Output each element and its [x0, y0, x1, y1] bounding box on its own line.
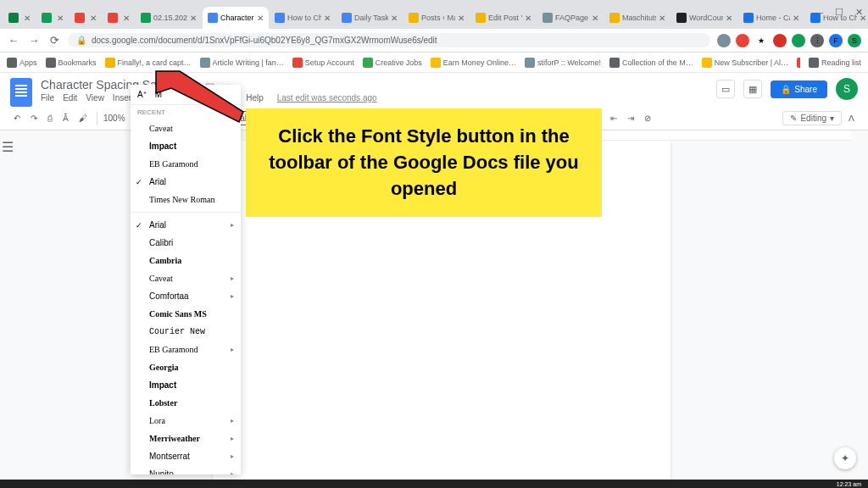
outline-toggle-icon[interactable]: ☰: [2, 139, 14, 149]
font-option[interactable]: Arial▸: [131, 216, 241, 234]
account-avatar[interactable]: S: [836, 78, 858, 100]
editing-mode-select[interactable]: ✎ Editing ▾: [782, 111, 842, 125]
lock-icon: 🔒: [76, 36, 86, 45]
font-option[interactable]: Comfortaa▸: [131, 287, 241, 305]
browser-tab[interactable]: Character S✕: [203, 7, 269, 29]
history-icon[interactable]: ▭: [716, 80, 735, 98]
clock: 12:23 am: [837, 481, 861, 487]
forward-button[interactable]: →: [27, 34, 41, 47]
extension-icon[interactable]: ★: [754, 34, 768, 47]
font-option[interactable]: Georgia: [131, 358, 241, 376]
menu-edit[interactable]: Edit: [63, 93, 77, 103]
collapse-toolbar-button[interactable]: ᐱ: [845, 111, 858, 125]
bookmarks-bar: AppsBookmarksFinally!, a card capt…Artic…: [0, 53, 868, 73]
browser-tab[interactable]: Edit Post "✕: [470, 7, 537, 29]
browser-tab[interactable]: Maschituts✕: [604, 7, 670, 29]
browser-tab[interactable]: Daily Task S✕: [337, 7, 403, 29]
add-fonts-icon[interactable]: Aᐩ: [137, 90, 147, 99]
meet-icon[interactable]: ▦: [743, 80, 762, 98]
url-input[interactable]: 🔒 docs.google.com/document/d/1SnxVpFfGi-…: [68, 33, 710, 47]
bookmark-item[interactable]: Earn Money Online…: [431, 58, 516, 68]
extension-icon[interactable]: [773, 34, 787, 47]
url-text: docs.google.com/document/d/1SnxVpFfGi-ui…: [92, 36, 437, 45]
bookmark-item[interactable]: Finally!, a card capt…: [105, 58, 192, 68]
close-window-icon[interactable]: ✕: [855, 7, 863, 18]
font-option[interactable]: Nunito▸: [131, 465, 241, 474]
font-option[interactable]: Comic Sans MS: [131, 305, 241, 323]
window-controls: — ☐ ✕: [814, 7, 863, 18]
menu-view[interactable]: View: [86, 93, 104, 103]
indent-increase-button[interactable]: ⇥: [624, 111, 637, 125]
explore-button[interactable]: ✦: [834, 447, 856, 469]
browser-tab[interactable]: WordCount✕: [671, 7, 737, 29]
browser-tab[interactable]: 02.15.2022✕: [136, 7, 202, 29]
browser-tab[interactable]: ✕: [103, 7, 135, 29]
font-option[interactable]: Arial: [131, 173, 241, 191]
menu-help[interactable]: Help: [246, 93, 264, 103]
browser-tab[interactable]: Home - Ca✕: [738, 7, 804, 29]
maximize-icon[interactable]: ☐: [835, 7, 843, 18]
bookmark-item[interactable]: Article Writing | fan…: [200, 58, 284, 68]
bookmark-item[interactable]: Setup Account: [292, 58, 354, 68]
font-option[interactable]: Courier New: [131, 323, 241, 341]
red-arrow-annotation: [154, 69, 248, 129]
svg-marker-0: [156, 71, 243, 122]
instruction-callout: Click the Font Style button in the toolb…: [246, 108, 602, 217]
bookmark-item[interactable]: Apps: [7, 58, 37, 68]
indent-decrease-button[interactable]: ⇤: [607, 111, 620, 125]
share-button[interactable]: 🔒Share: [771, 80, 827, 98]
docs-logo-icon[interactable]: [10, 78, 32, 107]
reload-button[interactable]: ⟳: [47, 34, 61, 47]
paint-format-button[interactable]: 🖌: [75, 111, 91, 125]
minimize-icon[interactable]: —: [814, 7, 823, 18]
font-option[interactable]: Times New Roman: [131, 191, 241, 208]
font-option[interactable]: EB Garamond▸: [131, 341, 241, 358]
font-option[interactable]: EB Garamond: [131, 155, 241, 173]
redo-button[interactable]: ↷: [27, 111, 41, 125]
browser-tab[interactable]: Posts ‹ Mas✕: [403, 7, 470, 29]
font-option[interactable]: Cambria: [131, 252, 241, 269]
extension-icon[interactable]: [717, 34, 731, 47]
reading-list[interactable]: Reading list: [809, 58, 861, 68]
font-option[interactable]: Calibri: [131, 234, 241, 252]
browser-tab[interactable]: ✕: [36, 7, 69, 29]
bookmark-item[interactable]: Saving the Hero (a…: [797, 58, 800, 68]
browser-tab[interactable]: How to Ch✕: [270, 7, 336, 29]
browser-tab[interactable]: FAQPage JS✕: [537, 7, 604, 29]
bookmark-item[interactable]: Bookmarks: [46, 58, 97, 68]
undo-button[interactable]: ↶: [10, 111, 24, 125]
browser-tab-strip: ✕✕✕✕02.15.2022✕Character S✕How to Ch✕Dai…: [0, 0, 868, 29]
browser-tab[interactable]: ✕: [70, 7, 102, 29]
print-button[interactable]: ⎙: [44, 111, 56, 125]
clear-format-button[interactable]: ⊘: [641, 111, 654, 125]
pencil-icon: ✎: [790, 114, 797, 123]
font-dropdown: Aᐩ M RECENT CaveatImpactEB GaramondArial…: [131, 85, 241, 474]
extension-icon[interactable]: S: [848, 34, 861, 47]
font-option[interactable]: Impact: [131, 137, 241, 155]
font-option[interactable]: Impact: [131, 376, 241, 394]
bookmark-item[interactable]: stiforP :: Welcome!: [525, 58, 601, 68]
bookmark-item[interactable]: Creative Jobs: [363, 58, 422, 68]
font-option[interactable]: Caveat▸: [131, 269, 241, 287]
font-option[interactable]: Montserrat▸: [131, 447, 241, 465]
bookmark-item[interactable]: New Subscriber | Al…: [702, 58, 788, 68]
menu-file[interactable]: File: [41, 93, 54, 103]
extension-icon[interactable]: [736, 34, 749, 47]
font-option[interactable]: Lora▸: [131, 412, 241, 430]
extension-icon[interactable]: [792, 34, 805, 47]
browser-tab[interactable]: ✕: [3, 7, 36, 29]
address-bar: ← → ⟳ 🔒 docs.google.com/document/d/1SnxV…: [0, 29, 868, 53]
extension-icon[interactable]: F: [829, 34, 843, 47]
font-option[interactable]: Merriweather▸: [131, 430, 241, 447]
spellcheck-button[interactable]: Ᾱ: [59, 111, 72, 125]
back-button[interactable]: ←: [7, 34, 20, 47]
bookmark-item[interactable]: Collection of the M…: [609, 58, 693, 68]
last-edit-link[interactable]: Last edit was seconds ago: [277, 93, 377, 103]
extension-icon[interactable]: ⋮: [810, 34, 824, 47]
font-option[interactable]: Lobster: [131, 394, 241, 412]
taskbar: 12:23 am: [0, 480, 868, 488]
